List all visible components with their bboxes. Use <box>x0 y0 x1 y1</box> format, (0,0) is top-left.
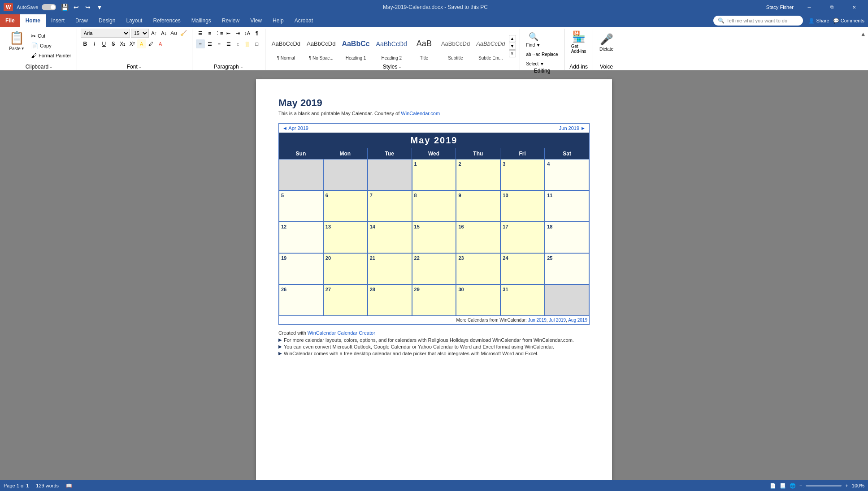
autosave-toggle[interactable] <box>42 4 56 10</box>
next-month-link[interactable]: Jun 2019 ► <box>559 125 586 131</box>
line-spacing-button[interactable]: ↕ <box>234 39 243 48</box>
tab-insert[interactable]: Insert <box>46 14 70 27</box>
style-normal-preview: AaBbCcDd <box>272 32 300 56</box>
show-formatting-button[interactable]: ¶ <box>252 29 261 38</box>
underline-button[interactable]: U <box>100 39 108 48</box>
styles-launcher[interactable]: ⌄ <box>398 65 402 69</box>
font-name-select[interactable]: Arial <box>81 29 130 38</box>
align-center-button[interactable]: ☰ <box>205 39 214 48</box>
zoom-slider[interactable] <box>806 485 842 487</box>
text-effects-button[interactable]: A <box>137 39 146 48</box>
subscript-button[interactable]: X₂ <box>118 39 127 48</box>
decrease-font-button[interactable]: A↓ <box>160 29 169 38</box>
style-scroll[interactable]: ▲ ▼ ⊻ <box>509 35 516 57</box>
footer-credit-link[interactable]: WinCalendar Calendar Creator <box>308 330 375 336</box>
bold-button[interactable]: B <box>81 39 90 48</box>
paste-button[interactable]: 📋 Paste ▼ <box>5 29 28 53</box>
clear-formatting-button[interactable]: 🧹 <box>179 29 188 38</box>
undo-button[interactable]: ↩ <box>71 2 81 12</box>
numbered-list-button[interactable]: ≡ <box>205 29 214 38</box>
tab-review[interactable]: Review <box>217 14 245 27</box>
select-button[interactable]: Select ▼ <box>524 60 547 68</box>
increase-indent-button[interactable]: ⇥ <box>234 29 243 38</box>
tab-view[interactable]: View <box>245 14 267 27</box>
restore-button[interactable]: ⧉ <box>821 0 842 14</box>
tab-design[interactable]: Design <box>93 14 121 27</box>
prev-month-link[interactable]: ◄ Apr 2019 <box>282 125 308 131</box>
border-button[interactable]: □ <box>252 39 261 48</box>
get-addins-button[interactable]: 🏪 GetAdd-ins <box>569 29 589 56</box>
tab-help[interactable]: Help <box>267 14 289 27</box>
voice-items: 🎤 Dictate <box>597 29 616 64</box>
text-highlight-button[interactable]: 🖊 <box>147 39 156 48</box>
share-button[interactable]: 👤 Share <box>808 18 829 24</box>
font-launcher[interactable]: ⌄ <box>139 65 142 69</box>
multilevel-list-button[interactable]: ⋮≡ <box>215 29 224 38</box>
font-size-select[interactable]: 15 <box>131 29 149 38</box>
tell-me-box[interactable]: 🔍 <box>713 16 803 26</box>
aug-link[interactable]: Aug 2019 <box>568 318 587 323</box>
jul-link[interactable]: Jul 2019 <box>549 318 566 323</box>
redo-button[interactable]: ↪ <box>83 2 93 12</box>
style-subtle-em[interactable]: AaBbCcDd Subtle Em... <box>473 31 508 61</box>
view-print-button[interactable]: 📃 <box>780 483 786 489</box>
cal-cell-w0-d4: 2 <box>456 159 500 190</box>
dictate-button[interactable]: 🎤 Dictate <box>597 29 616 56</box>
save-button[interactable]: 💾 <box>60 2 69 12</box>
style-heading2[interactable]: AaBbCcDd Heading 2 <box>373 31 410 61</box>
view-read-button[interactable]: 📄 <box>770 483 776 489</box>
font-color-button[interactable]: A <box>156 39 165 48</box>
proofing-icon[interactable]: 📖 <box>66 483 72 489</box>
tab-acrobat[interactable]: Acrobat <box>289 14 318 27</box>
style-title[interactable]: AaB Title <box>411 31 438 61</box>
superscript-button[interactable]: X² <box>128 39 137 48</box>
page-count: Page 1 of 1 <box>4 483 29 489</box>
tab-mailings[interactable]: Mailings <box>186 14 217 27</box>
style-scroll-down[interactable]: ▼ <box>509 43 516 50</box>
replace-button[interactable]: ab→ac Replace <box>524 51 561 58</box>
paragraph-launcher[interactable]: ⌄ <box>240 65 243 69</box>
style-scroll-up[interactable]: ▲ <box>509 35 516 42</box>
justify-button[interactable]: ☰ <box>224 39 233 48</box>
customize-qat-button[interactable]: ▼ <box>95 2 104 12</box>
increase-font-button[interactable]: A↑ <box>150 29 159 38</box>
style-no-spacing[interactable]: AaBbCcDd ¶ No Spac... <box>304 31 338 61</box>
sort-button[interactable]: ↕A <box>243 29 252 38</box>
view-web-button[interactable]: 🌐 <box>790 483 796 489</box>
style-heading2-preview: AaBbCcDd <box>376 32 407 56</box>
zoom-out-button[interactable]: − <box>799 483 802 488</box>
zoom-in-button[interactable]: + <box>845 483 848 488</box>
clipboard-items: 📋 Paste ▼ ✂ Cut 📄 Copy 🖌 Format P <box>5 29 73 64</box>
minimize-button[interactable]: ─ <box>799 0 820 14</box>
align-right-button[interactable]: ≡ <box>215 39 224 48</box>
cut-button[interactable]: ✂ Cut <box>29 31 73 40</box>
clipboard-launcher[interactable]: ⌄ <box>49 65 53 69</box>
ribbon-collapse[interactable]: ▲ <box>860 29 866 70</box>
subtitle-link[interactable]: WinCalendar.com <box>401 111 440 116</box>
style-more[interactable]: ⊻ <box>509 50 516 57</box>
style-heading1[interactable]: AaBbCc Heading 1 <box>339 31 372 61</box>
strikethrough-button[interactable]: S̶ <box>109 39 118 48</box>
tab-references[interactable]: References <box>148 14 186 27</box>
close-button[interactable]: ✕ <box>844 0 864 14</box>
align-left-button[interactable]: ≡ <box>196 39 205 48</box>
decrease-indent-button[interactable]: ⇤ <box>224 29 233 38</box>
change-case-button[interactable]: Aα <box>169 29 178 38</box>
style-normal[interactable]: AaBbCcDd ¶ Normal <box>269 31 303 61</box>
jun-link[interactable]: Jun 2019 <box>528 318 547 323</box>
tab-home[interactable]: Home <box>20 14 46 27</box>
copy-button[interactable]: 📄 Copy <box>29 41 73 50</box>
tab-draw[interactable]: Draw <box>70 14 93 27</box>
comments-button[interactable]: 💬 Comments <box>833 18 864 24</box>
tell-me-input[interactable] <box>726 18 798 23</box>
tab-layout[interactable]: Layout <box>121 14 148 27</box>
find-button[interactable]: 🔍 Find ▼ <box>524 30 543 49</box>
format-painter-button[interactable]: 🖌 Format Painter <box>29 51 73 60</box>
tab-file[interactable]: File <box>0 14 20 27</box>
italic-button[interactable]: I <box>90 39 99 48</box>
bullet-list-button[interactable]: ☰ <box>196 29 205 38</box>
clipboard-group-label: Clipboard <box>26 64 48 70</box>
style-subtitle[interactable]: AaBbCcDd Subtitle <box>438 31 473 61</box>
shading-button[interactable]: ▒ <box>243 39 252 48</box>
clipboard-group: 📋 Paste ▼ ✂ Cut 📄 Copy 🖌 Format P <box>2 29 77 70</box>
